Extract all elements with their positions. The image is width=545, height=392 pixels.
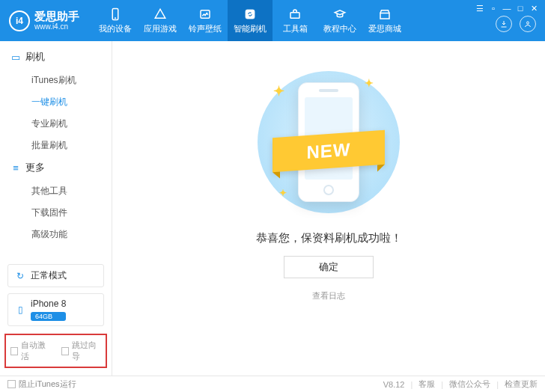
sidebar-item-download-firmware[interactable]: 下载固件 xyxy=(31,202,101,224)
sidebar-item-batch-flash[interactable]: 批量刷机 xyxy=(31,135,101,156)
device-phone-icon: ▯ xyxy=(14,304,26,315)
nav-label: 应用游戏 xyxy=(144,23,177,34)
svg-rect-5 xyxy=(380,13,389,19)
nav-tutorials[interactable]: 教程中心 xyxy=(317,0,362,41)
nav-toolbox[interactable]: 工具箱 xyxy=(272,0,317,41)
view-log-link[interactable]: 查看日志 xyxy=(312,290,345,301)
brand-title: 爱思助手 xyxy=(34,10,79,23)
support-link[interactable]: 客服 xyxy=(418,379,435,390)
highlight-options: 自动激活 跳过向导 xyxy=(4,334,107,368)
sidebar-item-pro-flash[interactable]: 专业刷机 xyxy=(31,113,101,135)
main-content: ✦ ✦ ✦ NEW 恭喜您，保资料刷机成功啦！ 确定 查看日志 xyxy=(112,41,545,376)
sidebar-head-label: 刷机 xyxy=(25,50,45,64)
apps-icon xyxy=(153,7,167,21)
nav-label: 智能刷机 xyxy=(234,23,267,34)
sparkle-icon: ✦ xyxy=(273,83,284,99)
store-icon xyxy=(378,7,392,21)
nav-label: 工具箱 xyxy=(283,23,308,34)
layout-icon[interactable]: ▫ xyxy=(488,3,499,13)
nav-apps-games[interactable]: 应用游戏 xyxy=(138,0,183,41)
check-update-link[interactable]: 检查更新 xyxy=(505,379,538,390)
svg-rect-3 xyxy=(246,10,255,19)
phone-icon xyxy=(109,7,122,21)
check-label: 自动激活 xyxy=(21,340,50,362)
check-block-itunes[interactable]: 阻止iTunes运行 xyxy=(7,379,76,390)
sidebar-head-more[interactable]: ≡ 更多 xyxy=(10,161,101,174)
nav-store[interactable]: 爱思商城 xyxy=(362,0,407,41)
sidebar: ▭ 刷机 iTunes刷机 一键刷机 专业刷机 批量刷机 ≡ 更多 其他工具 下… xyxy=(0,41,112,376)
sidebar-item-advanced[interactable]: 高级功能 xyxy=(31,224,101,245)
nav-ringtones-wallpapers[interactable]: 铃声壁纸 xyxy=(183,0,228,41)
nav-smart-flash[interactable]: 智能刷机 xyxy=(228,0,272,41)
device-model: iPhone 8 xyxy=(31,298,66,309)
confirm-button[interactable]: 确定 xyxy=(284,256,374,278)
toolbox-icon xyxy=(288,7,302,21)
refresh-icon xyxy=(243,7,257,21)
list-icon: ≡ xyxy=(10,162,21,173)
check-auto-activate[interactable]: 自动激活 xyxy=(10,340,51,362)
music-image-icon xyxy=(198,7,212,21)
success-illustration: ✦ ✦ ✦ NEW xyxy=(246,64,411,221)
sparkle-icon: ✦ xyxy=(365,77,374,89)
svg-point-1 xyxy=(115,17,116,19)
nav-label: 铃声壁纸 xyxy=(189,23,222,34)
mode-label: 正常模式 xyxy=(31,269,67,282)
sparkle-icon: ✦ xyxy=(279,188,287,198)
sidebar-head-label: 更多 xyxy=(25,161,45,174)
device-card[interactable]: ▯ iPhone 8 64GB xyxy=(7,293,104,326)
brand-logo-icon: i4 xyxy=(9,10,30,31)
version-label: V8.12 xyxy=(383,380,405,389)
checkbox-icon xyxy=(10,347,18,355)
graduation-icon xyxy=(333,7,347,21)
device-capacity-badge: 64GB xyxy=(31,312,66,321)
nav-label: 爱思商城 xyxy=(368,23,401,34)
svg-point-6 xyxy=(527,22,529,24)
svg-rect-2 xyxy=(201,10,210,18)
sync-icon: ↻ xyxy=(14,271,26,281)
app-header: i4 爱思助手 www.i4.cn 我的设备 应用游戏 铃声壁纸 智能刷机 工具… xyxy=(0,0,545,41)
phone-small-icon: ▭ xyxy=(10,52,21,62)
sidebar-item-itunes-flash[interactable]: iTunes刷机 xyxy=(31,70,101,91)
checkbox-icon xyxy=(61,347,69,355)
minimize-icon[interactable]: — xyxy=(502,3,512,13)
close-icon[interactable]: ✕ xyxy=(529,3,539,13)
sidebar-head-flash[interactable]: ▭ 刷机 xyxy=(10,50,101,64)
wechat-link[interactable]: 微信公众号 xyxy=(449,379,490,390)
maximize-icon[interactable]: □ xyxy=(515,3,526,13)
nav-label: 教程中心 xyxy=(323,23,356,34)
check-label: 阻止iTunes运行 xyxy=(19,379,76,390)
success-message: 恭喜您，保资料刷机成功啦！ xyxy=(256,231,402,245)
svg-rect-4 xyxy=(290,12,299,18)
nav-label: 我的设备 xyxy=(99,23,132,34)
checkbox-icon xyxy=(7,380,16,388)
brand-url: www.i4.cn xyxy=(34,22,79,31)
menu-icon[interactable]: ☰ xyxy=(475,3,485,13)
check-label: 跳过向导 xyxy=(72,340,101,362)
check-skip-guide[interactable]: 跳过向导 xyxy=(61,340,102,362)
window-controls: ☰ ▫ — □ ✕ xyxy=(475,3,539,13)
brand-block: i4 爱思助手 www.i4.cn xyxy=(9,0,93,41)
status-bar: 阻止iTunes运行 V8.12 | 客服 | 微信公众号 | 检查更新 xyxy=(0,376,545,392)
user-icon[interactable] xyxy=(520,16,536,32)
top-nav: 我的设备 应用游戏 铃声壁纸 智能刷机 工具箱 教程中心 爱思商城 xyxy=(93,0,407,41)
sidebar-item-oneclick-flash[interactable]: 一键刷机 xyxy=(31,91,101,113)
sidebar-item-other-tools[interactable]: 其他工具 xyxy=(31,180,101,202)
download-icon[interactable] xyxy=(496,16,512,32)
nav-my-devices[interactable]: 我的设备 xyxy=(93,0,138,41)
mode-card[interactable]: ↻ 正常模式 xyxy=(7,264,104,287)
